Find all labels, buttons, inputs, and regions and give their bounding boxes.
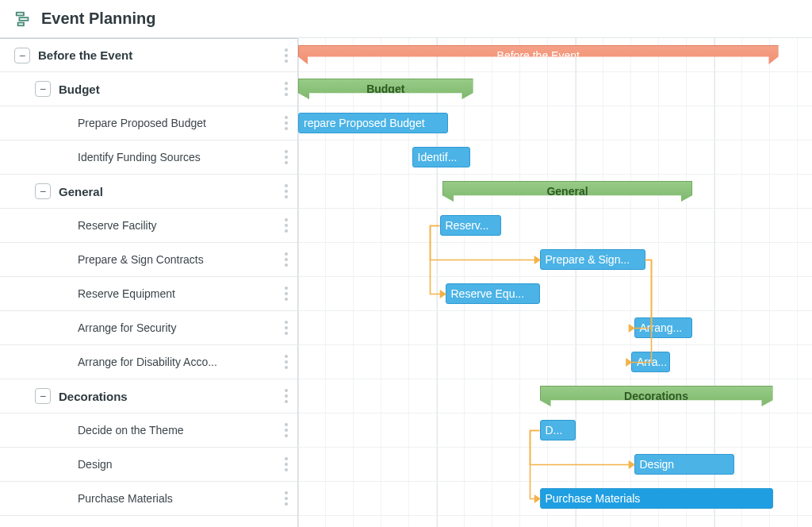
task-label: Prepare Proposed Budget xyxy=(78,117,206,129)
task-bar[interactable]: repare Proposed Budget xyxy=(298,113,448,133)
row-menu-icon[interactable] xyxy=(280,114,293,132)
task-bar[interactable]: Design xyxy=(634,454,734,475)
app-header: Event Planning xyxy=(0,0,812,38)
task-row[interactable]: Identify Funding Sources xyxy=(0,140,297,175)
task-row[interactable]: Arrange for Disability Acco... xyxy=(0,345,297,379)
gantt-row: Design xyxy=(298,448,812,482)
task-row[interactable]: Purchase Materials xyxy=(0,482,297,516)
collapse-button[interactable] xyxy=(35,81,51,97)
task-row[interactable]: Decide on the Theme xyxy=(0,414,297,448)
row-menu-icon[interactable] xyxy=(280,456,293,473)
row-menu-icon[interactable] xyxy=(280,285,293,302)
collapse-button[interactable] xyxy=(14,48,30,63)
row-menu-icon[interactable] xyxy=(280,217,293,234)
task-label: Decide on the Theme xyxy=(78,424,184,437)
gantt-rows: Before the EventBudgetrepare Proposed Bu… xyxy=(298,38,812,516)
gantt-row: Arrang... xyxy=(298,311,812,345)
task-bar[interactable]: Purchase Materials xyxy=(540,488,773,509)
svg-rect-0 xyxy=(17,12,24,15)
task-label: Prepare & Sign Contracts xyxy=(78,253,204,266)
task-bar[interactable]: Prepare & Sign... xyxy=(540,249,645,270)
gantt-row: repare Proposed Budget xyxy=(298,106,812,140)
summary-bar[interactable]: Before the Event xyxy=(298,45,779,64)
task-bar[interactable]: Identif... xyxy=(412,147,471,167)
row-menu-icon[interactable] xyxy=(280,319,293,337)
collapse-button[interactable] xyxy=(35,183,51,199)
task-label: Reserve Facility xyxy=(78,219,157,232)
task-bar[interactable]: Reserv... xyxy=(440,215,501,236)
task-row[interactable]: Prepare & Sign Contracts xyxy=(0,243,297,277)
page-title: Event Planning xyxy=(41,10,155,28)
group-bar[interactable]: Budget xyxy=(298,79,473,99)
task-row[interactable]: Budget xyxy=(0,72,297,106)
task-row[interactable]: Reserve Facility xyxy=(0,209,297,243)
gantt-row: Arra... xyxy=(298,345,812,379)
main-content: Before the EventBudgetPrepare Proposed B… xyxy=(0,38,812,527)
task-label: Arrange for Disability Acco... xyxy=(78,356,217,368)
task-row[interactable]: Prepare Proposed Budget xyxy=(0,106,297,140)
task-label: General xyxy=(59,185,103,198)
task-bar[interactable]: Reserve Equ... xyxy=(446,283,540,304)
task-bar[interactable]: Arra... xyxy=(631,352,670,372)
task-row[interactable]: Reserve Equipment xyxy=(0,277,297,311)
row-menu-icon[interactable] xyxy=(280,148,293,166)
task-row[interactable]: Before the Event xyxy=(0,38,297,72)
row-menu-icon[interactable] xyxy=(280,80,293,98)
gantt-row: D... xyxy=(298,414,812,448)
task-row[interactable]: Arrange for Security xyxy=(0,311,297,345)
task-label: Design xyxy=(78,458,113,471)
task-row[interactable]: Decorations xyxy=(0,379,297,414)
gantt-row: Identif... xyxy=(298,140,812,175)
row-menu-icon[interactable] xyxy=(280,183,293,200)
task-label: Before the Event xyxy=(38,48,132,62)
group-bar[interactable]: General xyxy=(442,181,692,202)
task-label: Reserve Equipment xyxy=(78,287,175,300)
task-list-pane: Before the EventBudgetPrepare Proposed B… xyxy=(0,38,298,527)
gantt-row: Budget xyxy=(298,72,812,106)
row-menu-icon[interactable] xyxy=(280,353,293,371)
row-menu-icon[interactable] xyxy=(280,490,293,507)
svg-rect-2 xyxy=(18,22,24,25)
gantt-icon xyxy=(14,10,32,28)
gantt-row: Decorations xyxy=(298,379,812,414)
row-menu-icon[interactable] xyxy=(280,421,293,439)
collapse-button[interactable] xyxy=(35,388,51,404)
task-row[interactable]: Design xyxy=(0,448,297,482)
task-row[interactable]: General xyxy=(0,175,297,209)
row-menu-icon[interactable] xyxy=(280,251,293,268)
gantt-row: Reserv... xyxy=(298,209,812,243)
gantt-row: Prepare & Sign... xyxy=(298,243,812,277)
task-label: Decorations xyxy=(59,390,128,403)
task-bar[interactable]: Arrang... xyxy=(634,317,693,338)
task-label: Budget xyxy=(59,83,100,96)
task-label: Identify Funding Sources xyxy=(78,151,201,163)
gantt-row: Before the Event xyxy=(298,38,812,72)
task-label: Arrange for Security xyxy=(78,321,177,334)
row-menu-icon[interactable] xyxy=(280,387,293,405)
task-label: Purchase Materials xyxy=(78,492,173,505)
task-bar[interactable]: D... xyxy=(540,420,576,440)
row-menu-icon[interactable] xyxy=(280,47,293,64)
gantt-row: Purchase Materials xyxy=(298,482,812,516)
gantt-row: Reserve Equ... xyxy=(298,277,812,311)
svg-rect-1 xyxy=(19,17,28,21)
group-bar[interactable]: Decorations xyxy=(540,386,773,406)
gantt-row: General xyxy=(298,175,812,209)
gantt-chart-pane[interactable]: Before the EventBudgetrepare Proposed Bu… xyxy=(298,38,812,527)
